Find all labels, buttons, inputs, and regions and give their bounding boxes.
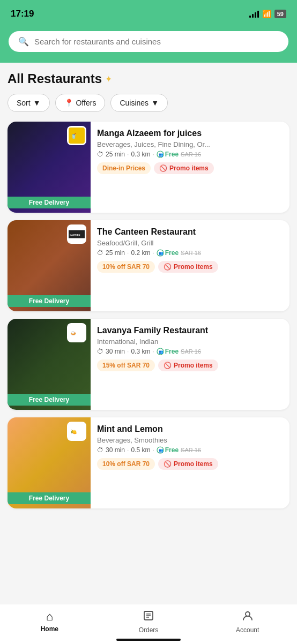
restaurant-card-mint-and-lemon[interactable]: 🍋 Free Delivery Mint and Lemon Beverages…: [8, 417, 289, 508]
account-icon: [242, 610, 254, 625]
offers-button[interactable]: 📍 Offers: [55, 94, 106, 112]
nav-orders[interactable]: Orders: [99, 610, 198, 634]
svg-text:👥: 👥: [158, 251, 163, 256]
main-content: All Restaurants ✦ Sort ▼ 📍 Offers Cuisin…: [0, 63, 297, 559]
home-icon: ⌂: [46, 610, 53, 624]
search-bar[interactable]: 🔍: [9, 31, 288, 52]
dot-separator: ·: [127, 249, 129, 257]
restaurant-cuisine: Beverages, Juices, Fine Dining, Or...: [97, 140, 283, 148]
wifi-icon: 📶: [262, 10, 271, 18]
card-info-lavanya-family: Lavanya Family Restaurant International,…: [91, 319, 289, 410]
free-delivery-badge: Free Delivery: [8, 394, 91, 406]
delivery-time: 25 min: [106, 151, 125, 158]
sparkle-icon: ✦: [105, 74, 112, 84]
restaurant-meta: ⏱ 30 min · 0.5 km · 👥 Free SAR 16: [97, 446, 283, 454]
clock-icon: ⏱: [97, 446, 103, 454]
distance: 0.3 km: [131, 151, 150, 158]
svg-text:CANTEEN: CANTEEN: [70, 234, 80, 236]
delivery-fee: 👥 Free: [157, 446, 179, 454]
filter-row: Sort ▼ 📍 Offers Cuisines ▼: [8, 94, 289, 112]
card-badges: 10% off SAR 70🚫Promo items: [97, 261, 283, 273]
card-image-manga-alzaeem: 🥤 Free Delivery: [8, 122, 91, 213]
restaurant-name: The Canteen Restaurant: [97, 227, 283, 237]
delivery-fee: 👥 Free: [157, 151, 179, 158]
badge-dine: Dine-in Prices: [97, 162, 151, 174]
battery-indicator: 59: [274, 10, 286, 18]
badge-promo: 🚫Promo items: [158, 458, 218, 470]
card-info-manga-alzaeem: Manga Alzaeem for juices Beverages, Juic…: [91, 122, 289, 213]
free-delivery-badge: Free Delivery: [8, 197, 91, 208]
dot-separator2: ·: [152, 151, 154, 158]
cuisines-label: Cuisines: [120, 99, 148, 107]
nav-orders-label: Orders: [139, 626, 159, 634]
offers-label: Offers: [76, 99, 96, 107]
svg-text:🍛: 🍛: [70, 330, 77, 336]
svg-text:👥: 👥: [158, 448, 163, 453]
restaurant-name: Lavanya Family Restaurant: [97, 325, 283, 335]
card-badges: 10% off SAR 70🚫Promo items: [97, 458, 283, 470]
card-badges: Dine-in Prices🚫Promo items: [97, 162, 283, 174]
no-icon: 🚫: [159, 164, 167, 172]
nav-account-label: Account: [236, 626, 259, 634]
clock-icon: ⏱: [97, 348, 103, 355]
card-info-canteen-restaurant: The Canteen Restaurant Seafood/Grill, Gr…: [91, 220, 289, 311]
card-info-mint-and-lemon: Mint and Lemon Beverages, Smoothies ⏱ 30…: [91, 417, 289, 508]
header: 🔍: [0, 27, 297, 63]
chevron-down-icon-cuisines: ▼: [151, 99, 159, 107]
nav-home[interactable]: ⌂ Home: [0, 610, 99, 633]
restaurant-card-canteen-restaurant[interactable]: CANTEEN Free Delivery The Canteen Restau…: [8, 220, 289, 311]
badge-discount: 10% off SAR 70: [97, 458, 155, 470]
dot-separator2: ·: [152, 446, 154, 454]
sort-button[interactable]: Sort ▼: [8, 94, 50, 112]
dot-separator: ·: [127, 348, 129, 355]
card-image-canteen-restaurant: CANTEEN Free Delivery: [8, 220, 91, 311]
dot-separator2: ·: [152, 249, 154, 257]
restaurant-card-manga-alzaeem[interactable]: 🥤 Free Delivery Manga Alzaeem for juices…: [8, 122, 289, 213]
restaurant-name: Mint and Lemon: [97, 424, 283, 434]
nav-account[interactable]: Account: [198, 610, 297, 634]
restaurant-cuisine: International, Indian: [97, 338, 283, 346]
nav-home-label: Home: [41, 625, 58, 633]
original-fee: SAR 16: [181, 348, 201, 355]
badge-discount: 15% off SAR 70: [97, 360, 155, 371]
restaurant-card-lavanya-family[interactable]: 🍛 Free Delivery Lavanya Family Restauran…: [8, 319, 289, 410]
restaurant-meta: ⏱ 25 min · 0.3 km · 👥 Free SAR 16: [97, 151, 283, 158]
badge-discount: 10% off SAR 70: [97, 261, 155, 273]
search-input[interactable]: [34, 37, 279, 46]
svg-text:🥤: 🥤: [71, 133, 77, 139]
clock-icon: ⏱: [97, 249, 103, 257]
card-image-lavanya-family: 🍛 Free Delivery: [8, 319, 91, 410]
dot-separator: ·: [127, 446, 129, 454]
orders-icon: [143, 610, 154, 625]
dot-separator2: ·: [152, 348, 154, 355]
signal-icon: [249, 10, 259, 18]
section-title: All Restaurants: [8, 71, 102, 86]
free-delivery-badge: Free Delivery: [8, 492, 91, 504]
status-time: 17:19: [11, 9, 34, 19]
restaurant-meta: ⏱ 30 min · 0.3 km · 👥 Free SAR 16: [97, 348, 283, 355]
status-bar: 17:19 📶 59: [0, 0, 297, 27]
home-indicator: [116, 639, 181, 641]
sort-label: Sort: [17, 99, 31, 107]
svg-text:🍋: 🍋: [71, 429, 77, 435]
svg-point-20: [246, 612, 250, 616]
svg-text:👥: 👥: [158, 152, 163, 157]
restaurant-cuisine: Seafood/Grill, Grill: [97, 239, 283, 247]
free-delivery-badge: Free Delivery: [8, 295, 91, 307]
clock-icon: ⏱: [97, 151, 103, 158]
restaurant-list: 🥤 Free Delivery Manga Alzaeem for juices…: [8, 122, 289, 508]
card-image-mint-and-lemon: 🍋 Free Delivery: [8, 417, 91, 508]
dot-separator: ·: [127, 151, 129, 158]
cuisines-button[interactable]: Cuisines ▼: [110, 94, 168, 112]
badge-promo: 🚫Promo items: [154, 162, 214, 174]
svg-text:👥: 👥: [158, 349, 163, 354]
delivery-fee: 👥 Free: [157, 348, 179, 355]
status-icons: 📶 59: [249, 10, 286, 18]
no-icon: 🚫: [164, 362, 172, 369]
no-icon: 🚫: [164, 460, 172, 468]
delivery-time: 30 min: [106, 348, 125, 355]
card-badges: 15% off SAR 70🚫Promo items: [97, 360, 283, 371]
delivery-time: 30 min: [106, 446, 125, 454]
distance: 0.2 km: [131, 249, 150, 257]
restaurant-logo: 🍋: [67, 422, 86, 441]
